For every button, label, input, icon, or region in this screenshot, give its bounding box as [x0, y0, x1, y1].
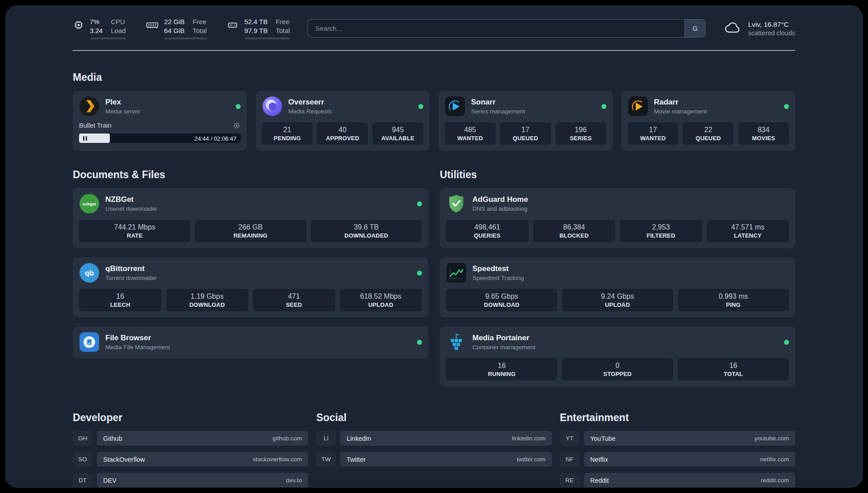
- status-dot: [417, 201, 422, 206]
- disk-widget: 52.4 TB Free 97.9 TB Total: [226, 17, 290, 39]
- bookmark-stackoverflow[interactable]: SO StackOverflow stackoverflow.com: [73, 452, 308, 467]
- service-desc: Media Requests: [288, 108, 332, 115]
- service-name[interactable]: qBittorrent: [105, 264, 157, 273]
- bookmark-twitter[interactable]: TW Twitter twitter.com: [316, 452, 551, 467]
- stat-pending: 21 PENDING: [262, 122, 313, 145]
- search-provider-button[interactable]: G: [684, 20, 705, 37]
- gear-icon[interactable]: [233, 121, 241, 130]
- bookmark-abbr: GH: [73, 431, 92, 446]
- service-desc: Torrent downloader: [105, 275, 157, 281]
- memory-total: 64 GiB: [164, 26, 185, 35]
- service-card-qbittorrent: qb qBittorrent Torrent downloader 16: [73, 257, 428, 318]
- stat-upload: 618.52 Mbps UPLOAD: [340, 289, 422, 311]
- stat-stopped: 0 STOPPED: [562, 358, 673, 380]
- memory-progress-bar: [164, 38, 207, 39]
- bookmark-dev[interactable]: DT DEV dev.to: [73, 473, 308, 488]
- service-desc: DNS and adblocking: [472, 205, 528, 212]
- service-card-speedtest: Speedtest Speedtest Tracking 9.65 Gbps D…: [440, 257, 795, 318]
- qbittorrent-icon[interactable]: qb: [79, 263, 100, 283]
- bookmark-netflix[interactable]: NF Netflix netflix.com: [560, 452, 795, 467]
- stat-downloaded: 39.6 TB DOWNLOADED: [311, 220, 422, 242]
- overseerr-icon[interactable]: [262, 96, 283, 117]
- adguard-icon[interactable]: [446, 193, 467, 214]
- service-desc: Usenet downloader: [105, 205, 157, 212]
- bookmark-github[interactable]: GH Github github.com: [73, 431, 308, 446]
- service-name[interactable]: Media Portainer: [472, 334, 535, 343]
- stat-total: 16 TOTAL: [678, 358, 789, 380]
- stat-upload: 9.24 Gbps UPLOAD: [562, 289, 673, 311]
- memory-free: 22 GiB: [164, 17, 185, 26]
- service-name[interactable]: NZBGet: [105, 195, 157, 204]
- service-name[interactable]: Radarr: [654, 98, 707, 107]
- memory-label-top: Free: [192, 17, 207, 26]
- status-dot: [601, 104, 606, 109]
- service-card-overseerr: Overseerr Media Requests 21 PENDING 40 A…: [256, 91, 430, 151]
- bookmark-group-social: Social LI LinkedIn linkedin.com TW Twitt…: [316, 412, 551, 473]
- media-grid: Plex Media server Bullet Train 24:44 / 0: [73, 91, 795, 151]
- bookmark-name: Reddit: [590, 477, 609, 484]
- service-name[interactable]: File Browser: [105, 334, 170, 343]
- service-desc: Container management: [472, 344, 535, 351]
- service-name[interactable]: Overseerr: [288, 98, 332, 107]
- bookmark-abbr: LI: [316, 431, 336, 446]
- search-bar: G: [308, 19, 705, 38]
- service-desc: Series management: [471, 108, 525, 115]
- bookmark-reddit[interactable]: RE Reddit reddit.com: [560, 473, 795, 488]
- resource-widgets: 7% CPU 3.24 Load: [73, 17, 290, 39]
- plex-icon[interactable]: [79, 96, 100, 117]
- memory-widget: 22 GiB Free 64 GiB Total: [146, 17, 207, 39]
- bookmark-name: Twitter: [346, 456, 366, 463]
- stat-wanted: 485 WANTED: [445, 122, 496, 145]
- radarr-icon[interactable]: [628, 96, 648, 117]
- status-dot: [417, 271, 422, 276]
- speedtest-icon[interactable]: [446, 263, 467, 283]
- stat-running: 16 RUNNING: [446, 358, 557, 380]
- stat-remaining: 266 GB REMAINING: [195, 220, 306, 242]
- service-card-sonarr: Sonarr Series management 485 WANTED 17 Q…: [438, 91, 613, 151]
- service-name[interactable]: AdGuard Home: [472, 195, 528, 204]
- stat-approved: 40 APPROVED: [317, 122, 368, 145]
- pause-icon[interactable]: [83, 136, 87, 141]
- search-input[interactable]: [308, 20, 684, 37]
- service-card-portainer: Media Portainer Container management 16 …: [440, 326, 795, 387]
- service-desc: Speedtest Tracking: [472, 275, 524, 281]
- bookmark-domain: reddit.com: [761, 477, 789, 484]
- bookmark-group-developer: Developer GH Github github.com SO StackO…: [73, 412, 308, 488]
- service-card-plex: Plex Media server Bullet Train 24:44 / 0: [73, 91, 247, 151]
- section-title-social: Social: [316, 412, 551, 424]
- nzbget-icon[interactable]: nzbget: [79, 193, 100, 214]
- section-title-developer: Developer: [73, 412, 308, 424]
- bookmark-group-entertainment: Entertainment YT YouTube youtube.com NF …: [560, 412, 795, 488]
- stat-available: 945 AVAILABLE: [372, 122, 423, 145]
- filebrowser-icon[interactable]: [79, 332, 100, 352]
- service-name[interactable]: Sonarr: [471, 98, 525, 107]
- disk-label-bottom: Total: [275, 26, 290, 35]
- bookmark-name: StackOverflow: [103, 456, 145, 463]
- service-desc: Media File Management: [105, 344, 170, 351]
- weather-condition: scattered clouds: [748, 29, 795, 37]
- status-dot: [784, 340, 789, 345]
- cpu-percent: 7%: [90, 17, 103, 26]
- status-dot: [417, 340, 422, 345]
- service-name[interactable]: Speedtest: [472, 264, 524, 273]
- bookmark-linkedin[interactable]: LI LinkedIn linkedin.com: [316, 431, 551, 446]
- bookmark-domain: linkedin.com: [512, 435, 546, 442]
- bookmark-name: DEV: [103, 477, 117, 484]
- bookmark-abbr: RE: [560, 473, 580, 488]
- service-card-filebrowser: File Browser Media File Management: [73, 326, 428, 359]
- bookmark-domain: dev.to: [286, 477, 302, 484]
- stat-queries: 498,461 QUERIES: [446, 220, 529, 242]
- portainer-icon[interactable]: [446, 332, 467, 352]
- stat-seed: 471 SEED: [253, 289, 335, 311]
- bookmark-name: Github: [103, 435, 122, 442]
- stat-download: 1.19 Gbps DOWNLOAD: [166, 289, 249, 311]
- cpu-load: 3.24: [90, 26, 103, 35]
- bookmark-name: LinkedIn: [346, 435, 371, 442]
- service-desc: Movie management: [654, 108, 707, 115]
- stat-download: 9.65 Gbps DOWNLOAD: [446, 289, 557, 311]
- cpu-label-top: CPU: [111, 17, 125, 26]
- dashboard: 7% CPU 3.24 Load: [5, 5, 863, 488]
- bookmark-youtube[interactable]: YT YouTube youtube.com: [560, 431, 795, 446]
- service-name[interactable]: Plex: [105, 98, 140, 107]
- sonarr-icon[interactable]: [445, 96, 465, 117]
